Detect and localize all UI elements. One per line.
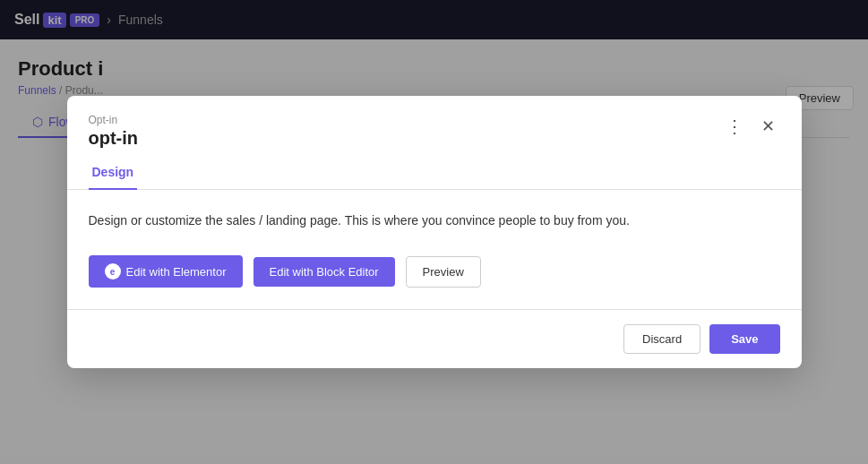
elementor-icon: e — [105, 263, 121, 279]
elementor-button-label: Edit with Elementor — [126, 265, 227, 279]
edit-with-elementor-button[interactable]: e Edit with Elementor — [89, 255, 243, 288]
discard-button[interactable]: Discard — [623, 324, 700, 354]
modal-close-button[interactable]: ✕ — [756, 115, 780, 138]
save-button[interactable]: Save — [709, 324, 779, 354]
modal-dialog: Opt-in opt-in ⋮ ✕ Design Design or custo… — [67, 96, 802, 368]
modal-header: Opt-in opt-in ⋮ ✕ — [67, 96, 802, 149]
modal-tab-design[interactable]: Design — [89, 156, 138, 190]
modal-header-right: ⋮ ✕ — [720, 114, 780, 139]
modal-actions: e Edit with Elementor Edit with Block Ed… — [89, 255, 780, 288]
modal-description: Design or customize the sales / landing … — [89, 211, 780, 230]
modal-menu-button[interactable]: ⋮ — [720, 114, 749, 139]
modal-tabs: Design — [67, 156, 802, 190]
modal-footer: Discard Save — [67, 310, 802, 368]
modal-header-left: Opt-in opt-in — [89, 114, 139, 149]
modal-title: opt-in — [89, 128, 139, 149]
modal-overlay: Opt-in opt-in ⋮ ✕ Design Design or custo… — [0, 0, 868, 464]
edit-with-block-editor-button[interactable]: Edit with Block Editor — [254, 257, 395, 287]
modal-body: Design or customize the sales / landing … — [67, 190, 802, 309]
modal-preview-button[interactable]: Preview — [406, 256, 481, 288]
modal-subtitle: Opt-in — [89, 114, 139, 126]
